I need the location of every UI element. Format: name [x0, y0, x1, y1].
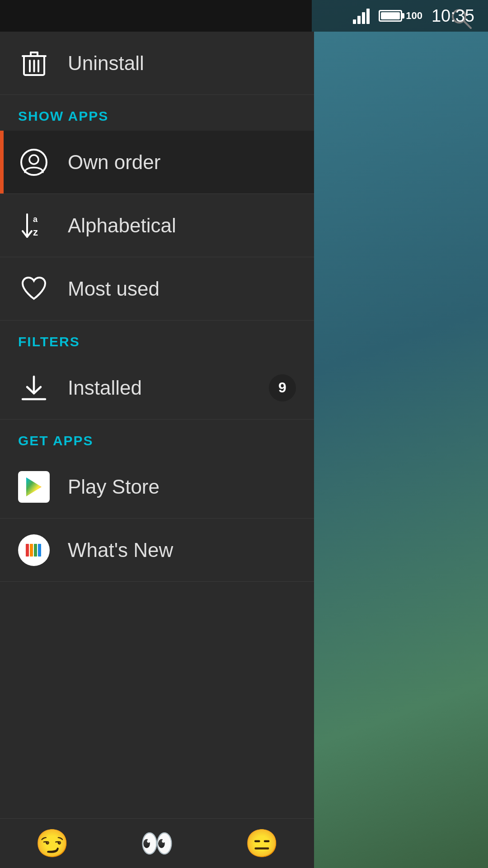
svg-marker-21 [26, 477, 42, 496]
svg-text:z: z [33, 226, 38, 238]
own-order-item[interactable]: Own order [0, 131, 314, 194]
battery-level: 100 [406, 10, 422, 22]
uninstall-label: Uninstall [68, 52, 144, 75]
uninstall-item[interactable]: Uninstall [0, 32, 314, 95]
battery-icon [379, 10, 402, 22]
whats-new-icon [18, 534, 50, 566]
alphabetical-item[interactable]: a z Alphabetical [0, 194, 314, 257]
svg-rect-24 [34, 544, 37, 557]
emoji-2: 👀 [140, 827, 174, 859]
installed-badge: 9 [269, 374, 296, 401]
emoji-bar: 😏 👀 😑 [0, 818, 314, 868]
background-right [312, 0, 488, 868]
installed-item[interactable]: Installed 9 [0, 356, 314, 420]
installed-label: Installed [68, 377, 142, 399]
most-used-item[interactable]: Most used [0, 257, 314, 321]
svg-rect-22 [26, 544, 29, 557]
trash-icon [18, 47, 50, 79]
svg-rect-23 [30, 544, 33, 557]
svg-point-11 [29, 155, 38, 164]
svg-text:a: a [33, 215, 38, 224]
svg-rect-25 [38, 544, 41, 557]
play-store-item[interactable]: Play Store [0, 455, 314, 519]
most-used-label: Most used [68, 278, 160, 300]
play-store-label: Play Store [68, 476, 160, 498]
person-icon [18, 146, 50, 178]
emoji-1: 😏 [35, 827, 69, 859]
alphabetical-label: Alphabetical [68, 214, 176, 237]
emoji-3: 😑 [245, 827, 279, 859]
play-store-icon [18, 471, 50, 503]
show-apps-header: SHOW APPS [0, 95, 314, 131]
alphabetical-icon: a z [18, 210, 50, 241]
get-apps-header: GET APPS [0, 420, 314, 455]
filters-header: FILTERS [0, 321, 314, 356]
active-indicator [0, 131, 4, 193]
battery-indicator: 100 [379, 10, 422, 22]
heart-icon [18, 273, 50, 305]
whats-new-label: What's New [68, 539, 173, 561]
status-time: 10:35 [432, 6, 474, 26]
whats-new-item[interactable]: What's New [0, 519, 314, 582]
status-bar: 100 10:35 [0, 0, 488, 32]
drawer-panel: Uninstall SHOW APPS Own order a [0, 32, 314, 868]
download-icon [18, 372, 50, 404]
own-order-label: Own order [68, 151, 160, 174]
signal-icon [353, 8, 370, 24]
